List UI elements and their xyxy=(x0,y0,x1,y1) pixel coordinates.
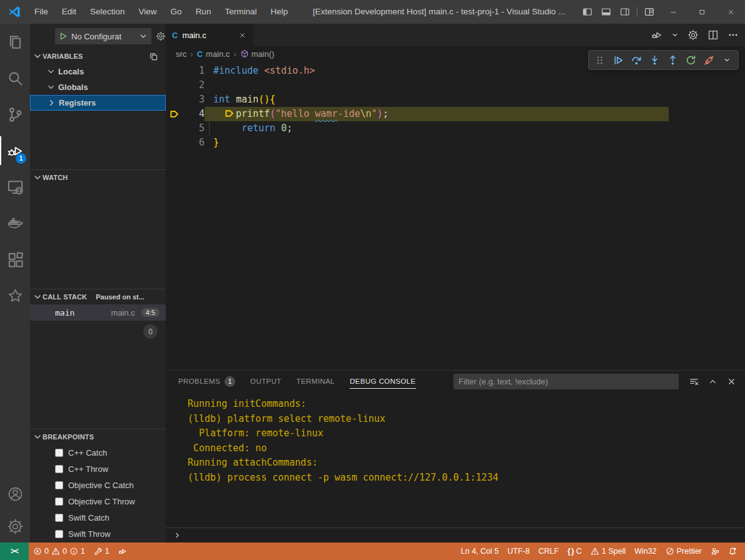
menu-terminal[interactable]: Terminal xyxy=(218,0,263,24)
start-debug-icon[interactable] xyxy=(59,32,68,41)
toggle-secondary-sidebar-icon[interactable] xyxy=(616,0,634,24)
toolbar-drag-handle[interactable] xyxy=(592,52,607,68)
debug-session-chevron[interactable] xyxy=(719,52,734,68)
launch-configuration-dropdown[interactable]: No Configurat xyxy=(55,28,151,44)
step-over-button[interactable] xyxy=(629,52,644,68)
line-number[interactable]: 6 xyxy=(182,136,205,150)
maximize-button[interactable] xyxy=(687,0,716,24)
breakpoint-gutter[interactable] xyxy=(166,121,182,136)
activity-item-run-and-debug[interactable]: 1 xyxy=(0,132,30,169)
activity-item-remote-explorer[interactable] xyxy=(0,169,30,205)
status-feedback[interactable] xyxy=(706,547,724,556)
debug-console-filter-input[interactable] xyxy=(454,374,679,389)
status-encoding[interactable]: UTF-8 xyxy=(503,547,534,556)
line-number[interactable]: 4 xyxy=(182,107,205,121)
panel-tab-terminal[interactable]: TERMINAL xyxy=(296,371,335,392)
breadcrumb-item[interactable]: Cmain.c xyxy=(197,49,230,59)
step-into-button[interactable] xyxy=(647,52,662,68)
restart-button[interactable] xyxy=(683,52,698,68)
run-dropdown-chevron[interactable] xyxy=(671,31,679,39)
breakpoint-checkbox[interactable] xyxy=(55,498,63,506)
status-prettier[interactable]: Prettier xyxy=(661,547,706,556)
breakpoint-row[interactable]: Swift Throw xyxy=(30,526,166,542)
breakpoint-gutter[interactable] xyxy=(166,64,182,78)
code-text[interactable]: return 0; xyxy=(205,121,745,136)
line-number[interactable]: 3 xyxy=(182,92,205,107)
tab-main-c[interactable]: C main.c xyxy=(166,24,253,46)
activity-item-manage-settings[interactable] xyxy=(0,510,30,542)
toggle-sidebar-icon[interactable] xyxy=(578,0,597,24)
variables-row-registers[interactable]: Registers xyxy=(30,95,166,111)
close-panel-button[interactable] xyxy=(725,375,737,388)
remote-indicator[interactable]: >< xyxy=(0,542,29,560)
menu-help[interactable]: Help xyxy=(263,0,295,24)
breadcrumb-item[interactable]: main() xyxy=(240,49,275,59)
variables-row-globals[interactable]: Globals xyxy=(30,79,166,95)
menu-go[interactable]: Go xyxy=(164,0,189,24)
menu-run[interactable]: Run xyxy=(189,0,218,24)
breakpoint-gutter[interactable] xyxy=(166,78,182,92)
execution-pointer-icon[interactable] xyxy=(166,107,182,121)
menu-view[interactable]: View xyxy=(132,0,164,24)
breakpoint-checkbox[interactable] xyxy=(55,530,63,538)
breadcrumb-item[interactable]: src xyxy=(176,49,186,59)
breakpoint-checkbox[interactable] xyxy=(55,449,63,457)
split-editor-button[interactable] xyxy=(707,29,719,41)
debug-status-icon-item[interactable] xyxy=(114,542,131,560)
disconnect-button[interactable] xyxy=(701,52,716,68)
line-number[interactable]: 5 xyxy=(182,121,205,136)
menu-edit[interactable]: Edit xyxy=(55,0,83,24)
copy-value-icon[interactable] xyxy=(147,50,160,62)
code-editor[interactable]: 1#include <stdio.h>23int main(){4 printf… xyxy=(166,61,745,370)
activity-item-explorer[interactable] xyxy=(0,24,30,60)
code-text[interactable]: } xyxy=(205,136,745,150)
configure-launch-gear-icon[interactable] xyxy=(156,31,166,41)
breakpoint-checkbox[interactable] xyxy=(55,465,63,473)
code-text[interactable]: printf("hello wamr-ide\n"); xyxy=(205,107,745,121)
status-spell-checker[interactable]: 1 Spell xyxy=(586,547,630,556)
customize-layout-icon[interactable] xyxy=(640,0,659,24)
status-language-mode[interactable]: { }C xyxy=(563,547,586,556)
call-stack-header[interactable]: CALL STACK Paused on st... xyxy=(30,289,166,304)
maximize-panel-button[interactable] xyxy=(706,375,719,388)
line-number[interactable]: 1 xyxy=(182,64,205,78)
settings-gear-button[interactable] xyxy=(687,29,699,41)
status-cursor-position[interactable]: Ln 4, Col 5 xyxy=(457,547,503,556)
status-notifications[interactable] xyxy=(724,547,741,556)
activity-item-extensions[interactable] xyxy=(0,241,30,278)
clear-console-button[interactable] xyxy=(687,375,700,388)
panel-tab-debug-console[interactable]: DEBUG CONSOLE xyxy=(350,371,416,392)
breakpoint-gutter[interactable] xyxy=(166,92,182,107)
breakpoint-row[interactable]: Objective C Throw xyxy=(30,493,166,509)
menu-file[interactable]: File xyxy=(28,0,55,24)
activity-item-source-control[interactable] xyxy=(0,96,30,132)
code-text[interactable] xyxy=(205,78,745,92)
step-out-button[interactable] xyxy=(665,52,680,68)
breakpoint-row[interactable]: C++ Throw xyxy=(30,461,166,477)
activity-item-marketplace-star[interactable] xyxy=(0,278,30,314)
activity-item-search[interactable] xyxy=(0,60,30,96)
more-actions-button[interactable] xyxy=(727,29,739,41)
panel-tab-output[interactable]: OUTPUT xyxy=(250,371,281,392)
debug-console-input[interactable] xyxy=(166,528,745,542)
status-eol-sequence[interactable]: CRLF xyxy=(534,547,564,556)
line-number[interactable]: 2 xyxy=(182,78,205,92)
variables-row-locals[interactable]: Locals xyxy=(30,64,166,79)
panel-tab-problems[interactable]: PROBLEMS1 xyxy=(178,371,235,392)
breakpoints-header[interactable]: BREAKPOINTS xyxy=(30,429,166,444)
breakpoint-row[interactable]: Swift Catch xyxy=(30,509,166,526)
run-or-debug-button[interactable] xyxy=(651,29,662,41)
variables-header[interactable]: VARIABLES xyxy=(30,49,166,64)
activity-item-docker[interactable] xyxy=(0,205,30,241)
toggle-panel-icon[interactable] xyxy=(597,0,616,24)
code-text[interactable]: int main(){ xyxy=(205,92,745,107)
minimize-button[interactable] xyxy=(659,0,687,24)
breakpoint-checkbox[interactable] xyxy=(55,514,63,522)
watch-header[interactable]: WATCH xyxy=(30,170,166,185)
tools-status[interactable]: 1 xyxy=(89,542,114,560)
breakpoint-checkbox[interactable] xyxy=(55,481,63,489)
call-stack-frame[interactable]: mainmain.c4:5 xyxy=(30,304,166,321)
activity-item-accounts[interactable] xyxy=(0,478,30,510)
continue-button[interactable] xyxy=(611,52,626,68)
problems-status[interactable]: 0 0 1 xyxy=(29,542,89,560)
